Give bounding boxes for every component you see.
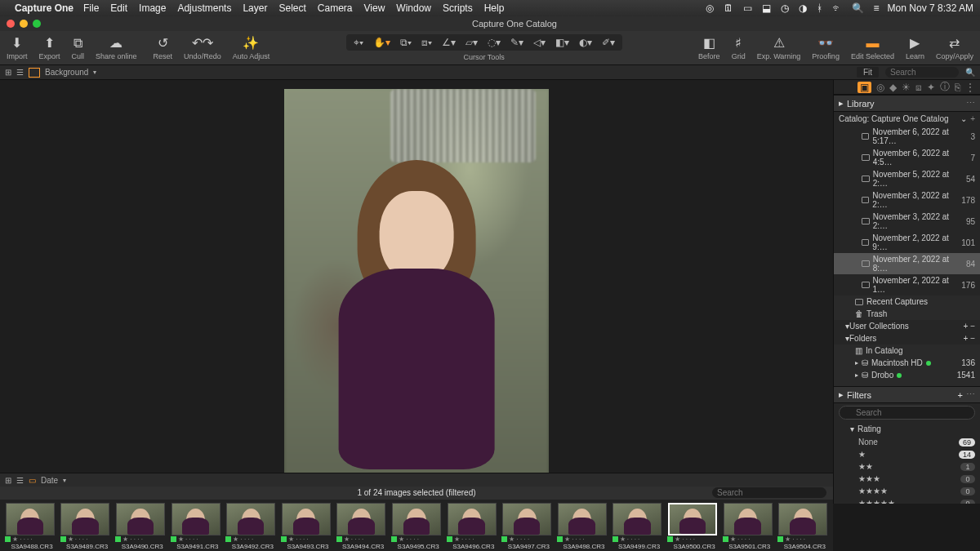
auto-button[interactable]: ✨Auto Adjust: [233, 36, 270, 60]
folders-header[interactable]: ▾ Folders+ −: [834, 332, 980, 344]
traffic-lights[interactable]: [7, 20, 41, 28]
proof-button[interactable]: 👓Proofing: [812, 36, 840, 60]
menu-image[interactable]: Image: [139, 2, 166, 14]
undo-button[interactable]: ↶↷Undo/Redo: [184, 36, 221, 60]
thumbnail[interactable]: ★ · · · ·_S3A9495.CR3: [391, 503, 442, 549]
export-button[interactable]: ⬆Export: [39, 36, 60, 60]
more-tab-icon[interactable]: ⋮: [965, 82, 975, 93]
layer-dropdown[interactable]: Background: [45, 68, 88, 77]
filters-section-header[interactable]: ▸Filters+⋯: [834, 386, 980, 403]
thumbnail[interactable]: ★ · · · ·_S3A9497.CR3: [501, 503, 552, 549]
view-grid-icon[interactable]: ⊞: [5, 68, 11, 77]
rating-group-header[interactable]: ▾ Rating: [834, 422, 980, 436]
crop-tool-icon[interactable]: ⧈▾: [419, 37, 434, 48]
status-icon[interactable]: ◎: [706, 2, 714, 14]
output-tab-icon[interactable]: ⎘: [955, 82, 960, 93]
session-row[interactable]: November 6, 2022 at 5:17…3: [834, 126, 980, 147]
session-row[interactable]: November 3, 2022 at 2:…178: [834, 189, 980, 211]
thumbnail[interactable]: ★ · · · ·_S3A9504.CR3: [777, 503, 828, 549]
loupe-tool-icon[interactable]: ⧉▾: [398, 37, 414, 48]
dropbox-icon[interactable]: ⬓: [762, 2, 771, 14]
drive-row[interactable]: ▸ ⛁Macintosh HD136: [834, 357, 980, 369]
thumbnail[interactable]: ★ · · · ·_S3A9488.CR3: [5, 503, 56, 549]
menu-edit[interactable]: Edit: [110, 2, 127, 14]
thumbnail[interactable]: ★ · · · ·_S3A9499.CR3: [612, 503, 663, 549]
library-tab-icon[interactable]: ▣: [858, 82, 871, 93]
hand-tool-icon[interactable]: ✋▾: [371, 37, 393, 48]
rating-filter-row[interactable]: ★★★★0: [834, 485, 980, 497]
bluetooth-icon[interactable]: ᚼ: [817, 2, 822, 14]
control-center-icon[interactable]: ≡: [874, 2, 880, 14]
library-section-header[interactable]: ▸Library⋯: [834, 95, 980, 112]
clock-icon[interactable]: ◷: [781, 2, 789, 14]
wifi-icon[interactable]: ᯤ: [832, 2, 842, 14]
menu-select[interactable]: Select: [278, 2, 305, 14]
keystone-tool-icon[interactable]: ▱▾: [463, 37, 480, 48]
preview-image[interactable]: [284, 89, 549, 486]
grid-button[interactable]: ♯Grid: [732, 36, 746, 60]
menu-help[interactable]: Help: [484, 2, 505, 14]
gradient-tool-icon[interactable]: ◧▾: [553, 37, 572, 48]
spotlight-icon[interactable]: 🔍: [852, 2, 864, 14]
menubar-clock[interactable]: Mon Nov 7 8:32 AM: [888, 2, 973, 14]
session-row[interactable]: November 6, 2022 at 4:5…7: [834, 147, 980, 168]
color-tab-icon[interactable]: ◆: [889, 82, 897, 93]
zoom-icon[interactable]: [33, 20, 41, 28]
radial-tool-icon[interactable]: ◐▾: [577, 37, 595, 48]
sort-dropdown[interactable]: Date: [41, 476, 58, 485]
menu-camera[interactable]: Camera: [318, 2, 353, 14]
thumbnail[interactable]: ★ · · · ·_S3A9501.CR3: [723, 503, 773, 549]
thumbnail[interactable]: ★ · · · ·_S3A9492.CR3: [225, 503, 276, 549]
thumbnail[interactable]: ★ · · · ·_S3A9494.CR3: [336, 503, 387, 549]
menu-view[interactable]: View: [364, 2, 385, 14]
menu-scripts[interactable]: Scripts: [443, 2, 473, 14]
drive-row[interactable]: ▸ ⛁Drobo1541: [834, 369, 980, 381]
annotate-tool-icon[interactable]: ✐▾: [599, 37, 617, 48]
styles-tab-icon[interactable]: ✦: [927, 82, 935, 93]
view-list-icon[interactable]: ☰: [16, 68, 24, 77]
fs-grid-icon[interactable]: ⊞: [5, 476, 11, 485]
thumbnail[interactable]: ★ · · · ·_S3A9491.CR3: [171, 503, 221, 549]
in-catalog-row[interactable]: ▥ In Catalog: [834, 344, 980, 357]
copy-button[interactable]: ⇄Copy/Apply: [936, 36, 973, 60]
thumbnail[interactable]: ★ · · · ·_S3A9498.CR3: [557, 503, 608, 549]
filters-search-input[interactable]: [839, 406, 975, 420]
view-single-icon[interactable]: [29, 68, 40, 78]
share-button[interactable]: ☁Share online: [96, 36, 137, 60]
menu-window[interactable]: Window: [396, 2, 431, 14]
zoom-fit[interactable]: Fit: [857, 67, 879, 78]
close-icon[interactable]: [7, 20, 15, 28]
reset-button[interactable]: ↺Reset: [154, 36, 173, 60]
calendar-icon[interactable]: 🗓: [724, 2, 733, 14]
rating-filter-row[interactable]: None69: [834, 436, 980, 448]
exp-button[interactable]: ⚠Exp. Warning: [757, 36, 801, 60]
session-row[interactable]: November 5, 2022 at 2:…54: [834, 168, 980, 189]
menu-adjustments[interactable]: Adjustments: [177, 2, 231, 14]
eraser-tool-icon[interactable]: ◁▾: [531, 37, 548, 48]
catalog-selector[interactable]: Catalog: Capture One Catalog⌄+: [834, 112, 980, 126]
import-button[interactable]: ⬇Import: [7, 36, 28, 60]
thumbnail[interactable]: ★ · · · ·_S3A9493.CR3: [281, 503, 332, 549]
details-tab-icon[interactable]: ⧆: [915, 82, 922, 93]
cull-button[interactable]: ⧉Cull: [72, 36, 85, 60]
menu-layer[interactable]: Layer: [243, 2, 267, 14]
cursor-tool-row[interactable]: ⌖▾ ✋▾ ⧉▾ ⧈▾ ∠▾ ▱▾ ◌▾ ✎▾ ◁▾ ◧▾ ◐▾ ✐▾: [346, 34, 622, 51]
app-name[interactable]: Capture One: [15, 2, 74, 14]
session-row[interactable]: November 2, 2022 at 1…176: [834, 274, 980, 295]
cc-icon[interactable]: ◑: [799, 2, 807, 14]
session-row[interactable]: November 2, 2022 at 9:…101: [834, 232, 980, 253]
filmstrip-search-input[interactable]: [712, 487, 826, 498]
viewer-search-input[interactable]: [885, 67, 959, 78]
thumbnail[interactable]: ★ · · · ·_S3A9500.CR3: [667, 503, 718, 549]
session-row[interactable]: November 2, 2022 at 8:…84: [834, 253, 980, 274]
menu-file[interactable]: File: [83, 2, 99, 14]
minimize-icon[interactable]: [20, 20, 28, 28]
learn-button[interactable]: ▶Learn: [906, 36, 924, 60]
pointer-tool-icon[interactable]: ⌖▾: [351, 37, 366, 48]
session-row[interactable]: November 3, 2022 at 2:…95: [834, 211, 980, 232]
thumbnail[interactable]: ★ · · · ·_S3A9490.CR3: [115, 503, 166, 549]
spot-tool-icon[interactable]: ◌▾: [485, 37, 503, 48]
rating-filter-row[interactable]: ★★★★★0: [834, 497, 980, 504]
straighten-tool-icon[interactable]: ∠▾: [439, 37, 458, 48]
trash[interactable]: 🗑 Trash: [834, 308, 980, 320]
